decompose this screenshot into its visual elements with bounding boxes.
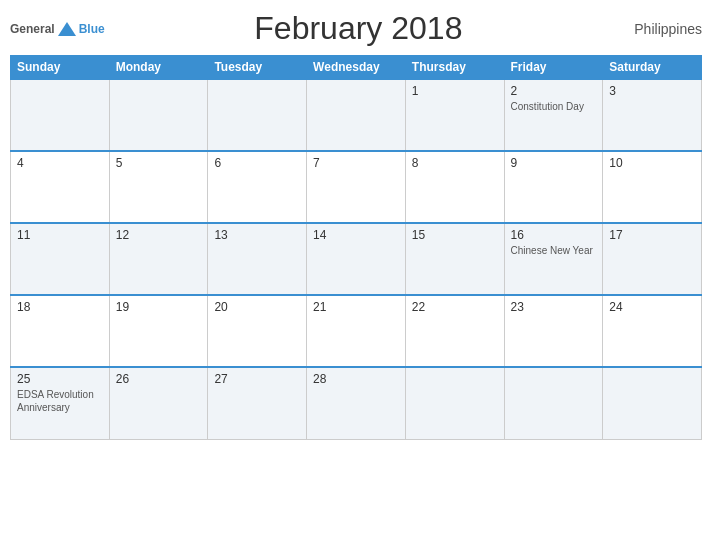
calendar-table: Sunday Monday Tuesday Wednesday Thursday… bbox=[10, 55, 702, 440]
day-number: 17 bbox=[609, 228, 695, 242]
header-thursday: Thursday bbox=[405, 56, 504, 80]
holiday-name: Constitution Day bbox=[511, 100, 597, 113]
calendar-cell bbox=[11, 79, 110, 151]
header-monday: Monday bbox=[109, 56, 208, 80]
day-number: 21 bbox=[313, 300, 399, 314]
calendar-cell: 14 bbox=[307, 223, 406, 295]
day-number: 27 bbox=[214, 372, 300, 386]
calendar-cell bbox=[307, 79, 406, 151]
day-number: 19 bbox=[116, 300, 202, 314]
calendar-cell: 26 bbox=[109, 367, 208, 439]
calendar-cell: 12 bbox=[109, 223, 208, 295]
day-number: 20 bbox=[214, 300, 300, 314]
calendar-cell bbox=[603, 367, 702, 439]
country-label: Philippines bbox=[612, 21, 702, 37]
calendar-cell bbox=[109, 79, 208, 151]
calendar-cell: 23 bbox=[504, 295, 603, 367]
calendar-cell: 22 bbox=[405, 295, 504, 367]
day-number: 28 bbox=[313, 372, 399, 386]
calendar-cell: 1 bbox=[405, 79, 504, 151]
svg-marker-0 bbox=[58, 22, 76, 36]
calendar-title: February 2018 bbox=[105, 10, 612, 47]
day-number: 3 bbox=[609, 84, 695, 98]
day-number: 7 bbox=[313, 156, 399, 170]
day-number: 23 bbox=[511, 300, 597, 314]
calendar-cell: 24 bbox=[603, 295, 702, 367]
calendar-cell: 19 bbox=[109, 295, 208, 367]
day-number: 16 bbox=[511, 228, 597, 242]
calendar-cell: 8 bbox=[405, 151, 504, 223]
calendar-cell: 5 bbox=[109, 151, 208, 223]
calendar-week-row-2: 111213141516Chinese New Year17 bbox=[11, 223, 702, 295]
calendar-cell: 6 bbox=[208, 151, 307, 223]
calendar-cell: 18 bbox=[11, 295, 110, 367]
calendar-cell: 2Constitution Day bbox=[504, 79, 603, 151]
calendar-container: General Blue February 2018 Philippines S… bbox=[0, 0, 712, 550]
logo: General Blue bbox=[10, 20, 105, 38]
calendar-cell: 27 bbox=[208, 367, 307, 439]
calendar-cell: 10 bbox=[603, 151, 702, 223]
logo-blue-text: Blue bbox=[79, 22, 105, 36]
day-number: 1 bbox=[412, 84, 498, 98]
day-number: 14 bbox=[313, 228, 399, 242]
calendar-cell: 16Chinese New Year bbox=[504, 223, 603, 295]
calendar-week-row-1: 45678910 bbox=[11, 151, 702, 223]
header-friday: Friday bbox=[504, 56, 603, 80]
day-number: 10 bbox=[609, 156, 695, 170]
holiday-name: Chinese New Year bbox=[511, 244, 597, 257]
header-sunday: Sunday bbox=[11, 56, 110, 80]
day-number: 2 bbox=[511, 84, 597, 98]
calendar-cell: 11 bbox=[11, 223, 110, 295]
calendar-week-row-0: 12Constitution Day3 bbox=[11, 79, 702, 151]
day-number: 9 bbox=[511, 156, 597, 170]
logo-icon bbox=[56, 20, 78, 38]
calendar-cell bbox=[208, 79, 307, 151]
day-number: 5 bbox=[116, 156, 202, 170]
header-tuesday: Tuesday bbox=[208, 56, 307, 80]
day-number: 18 bbox=[17, 300, 103, 314]
calendar-cell: 3 bbox=[603, 79, 702, 151]
calendar-cell: 7 bbox=[307, 151, 406, 223]
day-number: 24 bbox=[609, 300, 695, 314]
day-number: 8 bbox=[412, 156, 498, 170]
day-number: 12 bbox=[116, 228, 202, 242]
calendar-week-row-3: 18192021222324 bbox=[11, 295, 702, 367]
calendar-cell bbox=[504, 367, 603, 439]
day-number: 6 bbox=[214, 156, 300, 170]
calendar-cell: 13 bbox=[208, 223, 307, 295]
day-number: 22 bbox=[412, 300, 498, 314]
calendar-cell: 9 bbox=[504, 151, 603, 223]
calendar-cell: 4 bbox=[11, 151, 110, 223]
weekday-header-row: Sunday Monday Tuesday Wednesday Thursday… bbox=[11, 56, 702, 80]
day-number: 15 bbox=[412, 228, 498, 242]
calendar-cell: 25EDSA Revolution Anniversary bbox=[11, 367, 110, 439]
calendar-header: General Blue February 2018 Philippines bbox=[10, 10, 702, 47]
holiday-name: EDSA Revolution Anniversary bbox=[17, 388, 103, 414]
calendar-cell bbox=[405, 367, 504, 439]
day-number: 11 bbox=[17, 228, 103, 242]
day-number: 4 bbox=[17, 156, 103, 170]
calendar-cell: 15 bbox=[405, 223, 504, 295]
logo-general-text: General bbox=[10, 22, 55, 36]
day-number: 25 bbox=[17, 372, 103, 386]
calendar-cell: 20 bbox=[208, 295, 307, 367]
calendar-cell: 21 bbox=[307, 295, 406, 367]
day-number: 26 bbox=[116, 372, 202, 386]
calendar-cell: 28 bbox=[307, 367, 406, 439]
day-number: 13 bbox=[214, 228, 300, 242]
header-saturday: Saturday bbox=[603, 56, 702, 80]
calendar-week-row-4: 25EDSA Revolution Anniversary262728 bbox=[11, 367, 702, 439]
header-wednesday: Wednesday bbox=[307, 56, 406, 80]
calendar-cell: 17 bbox=[603, 223, 702, 295]
